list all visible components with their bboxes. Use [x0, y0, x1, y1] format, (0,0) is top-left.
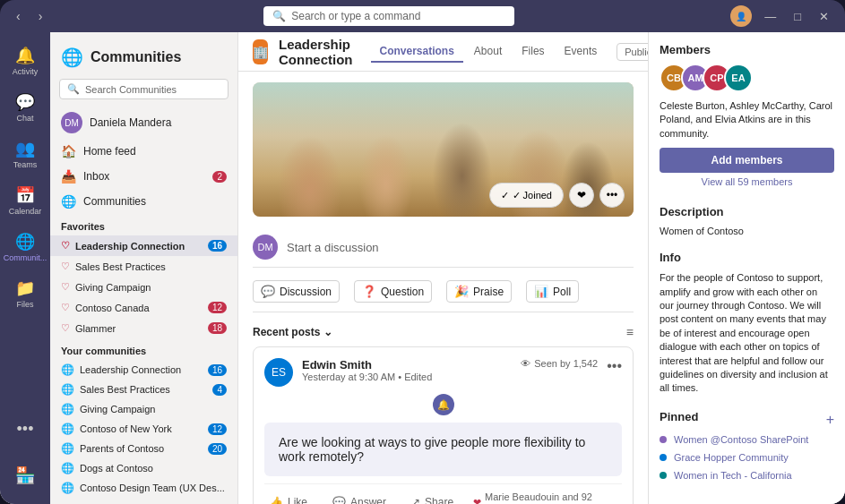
channel-title: Leadership Connection [279, 37, 353, 67]
favorite-label-giving: Giving Campaign [75, 282, 151, 293]
pinned-add-button[interactable]: + [826, 412, 834, 428]
info-section: Info For the people of Contoso to suppor… [660, 251, 834, 396]
favorite-item-glammer[interactable]: ♡ Glammer 18 [50, 318, 237, 338]
favorite-item-contoso-canada[interactable]: ♡ Contoso Canada 12 [50, 297, 237, 318]
poll-button[interactable]: 📊 Poll [526, 280, 579, 303]
start-discussion[interactable]: DM Start a discussion [253, 227, 634, 268]
sidebar-user-name: Daniela Mandera [90, 116, 171, 129]
favorites-header: Favorites [50, 214, 237, 235]
nav-item-chat[interactable]: 💬 Chat [4, 86, 47, 129]
discussion-button[interactable]: 💬 Discussion [253, 280, 340, 303]
heart-icon-contoso-canada: ♡ [61, 302, 70, 313]
members-avatars: CB AM CP EA [660, 64, 834, 92]
pinned-item-0[interactable]: Women @Contoso SharePoint [660, 431, 834, 448]
maximize-button[interactable]: □ [789, 8, 806, 25]
search-icon: 🔍 [272, 10, 286, 22]
poll-label: Poll [553, 286, 571, 298]
recent-posts-label[interactable]: Recent posts ⌄ [253, 326, 332, 338]
communities-link-label: Communities [83, 195, 146, 208]
pinned-label-2: Women in Tech - California [674, 470, 792, 481]
sidebar-link-home[interactable]: 🏠 Home feed [50, 139, 237, 164]
community-icon-0: 🌐 [61, 363, 74, 376]
hero-heart-button[interactable]: ❤ [569, 183, 594, 208]
post-notify: 🔔 [264, 394, 622, 415]
share-button[interactable]: ↗ Share [406, 492, 459, 504]
joined-button[interactable]: ✓ ✓ Joined [489, 183, 564, 208]
community-item-3[interactable]: 🌐 Contoso of New York 12 [50, 419, 237, 439]
post-more-button[interactable]: ••• [607, 358, 622, 374]
add-members-button[interactable]: Add members [660, 148, 834, 173]
community-item-4[interactable]: 🌐 Parents of Contoso 20 [50, 439, 237, 458]
communities-link-icon: 🌐 [61, 194, 76, 209]
chat-icon: 💬 [15, 92, 35, 112]
member-avatar-3[interactable]: EA [724, 64, 753, 92]
sidebar-link-inbox[interactable]: 📥 Inbox 2 [50, 164, 237, 189]
community-badge-4: 20 [208, 443, 227, 455]
community-item-2[interactable]: 🌐 Giving Campaign [50, 399, 237, 419]
community-item-6[interactable]: 🌐 Contoso Design Team (UX Des... [50, 478, 237, 498]
pinned-item-2[interactable]: Women in Tech - California [660, 466, 834, 484]
post-content: Are we looking at ways to give people mo… [264, 423, 622, 476]
public-badge[interactable]: Public [617, 43, 648, 61]
close-button[interactable]: ✕ [814, 8, 834, 25]
post-header: ES Edwin Smith Yesterday at 9:30 AM • Ed… [264, 358, 622, 387]
pinned-item-1[interactable]: Grace Hopper Community [660, 448, 834, 466]
tab-about[interactable]: About [465, 41, 511, 63]
feed-area: ✓ ✓ Joined ❤ ••• DM Start a discus [238, 72, 648, 504]
nav-item-teams[interactable]: 👥 Teams [4, 132, 47, 175]
answer-button[interactable]: 💬 Answer [327, 492, 392, 504]
sidebar-search-icon: 🔍 [67, 83, 80, 95]
heart-icon-glammer: ♡ [61, 322, 70, 334]
tab-files[interactable]: Files [513, 41, 553, 63]
tab-events[interactable]: Events [556, 41, 607, 63]
minimize-button[interactable]: — [759, 8, 781, 25]
communities-sidebar-icon: 🌐 [61, 47, 83, 68]
inbox-badge: 2 [212, 171, 227, 183]
question-button[interactable]: ❓ Question [354, 280, 432, 303]
poll-icon: 📊 [534, 285, 548, 298]
favorite-item-sales[interactable]: ♡ Sales Best Practices [50, 256, 237, 277]
community-item-5[interactable]: 🌐 Dogs at Contoso [50, 458, 237, 478]
nav-item-communities[interactable]: 🌐 Communit... [4, 226, 47, 269]
share-icon: ↗ [411, 496, 420, 504]
title-bar-search-area[interactable]: 🔍 Search or type a command [263, 6, 514, 26]
community-item-0[interactable]: 🌐 Leadership Connection 16 [50, 360, 237, 380]
window-controls: 👤 — □ ✕ [730, 5, 834, 27]
favorite-label-glammer: Glammer [75, 323, 116, 334]
praise-button[interactable]: 🎉 Praise [446, 280, 512, 303]
filter-icon[interactable]: ≡ [626, 325, 634, 339]
info-text: For the people of Contoso to support, am… [660, 271, 834, 396]
nav-item-calendar[interactable]: 📅 Calendar [4, 179, 47, 222]
reactions-text: Marie Beaudouin and 92 others [485, 491, 622, 504]
favorite-item-leadership[interactable]: ♡ Leadership Connection 16 [50, 235, 237, 256]
favorite-label-leadership: Leadership Connection [75, 241, 185, 252]
forward-button[interactable]: › [33, 7, 48, 25]
community-label-4: Parents of Contoso [80, 443, 164, 454]
nav-item-store[interactable]: 🏪 [4, 454, 47, 497]
tab-conversations[interactable]: Conversations [371, 41, 463, 63]
community-icon-6: 🌐 [61, 482, 74, 494]
nav-rail: 🔔 Activity 💬 Chat 👥 Teams 📅 Calendar 🌐 C… [0, 32, 50, 504]
sidebar-link-communities[interactable]: 🌐 Communities [50, 189, 237, 214]
more-icon: ••• [17, 420, 34, 439]
pinned-dot-1 [660, 454, 667, 461]
nav-item-more[interactable]: ••• [4, 407, 47, 450]
nav-item-files[interactable]: 📁 Files [4, 272, 47, 315]
question-icon: ❓ [362, 285, 376, 298]
sidebar-search-bar[interactable]: 🔍 Search Communities [59, 79, 228, 99]
nav-item-activity[interactable]: 🔔 Activity [4, 39, 47, 82]
like-button[interactable]: 👍 Like [264, 492, 313, 504]
home-link-label: Home feed [83, 145, 136, 158]
community-label-0: Leadership Connection [80, 364, 181, 375]
community-label-2: Giving Campaign [80, 404, 155, 414]
community-item-1[interactable]: 🌐 Sales Best Practices 4 [50, 380, 237, 399]
view-all-members-link[interactable]: View all 59 members [660, 173, 834, 191]
heart-icon-leadership: ♡ [61, 240, 70, 252]
inbox-link-label: Inbox [83, 170, 109, 183]
favorite-item-giving[interactable]: ♡ Giving Campaign [50, 277, 237, 297]
pinned-title: Pinned [660, 410, 698, 423]
user-avatar-titlebar[interactable]: 👤 [730, 5, 752, 27]
sidebar-user[interactable]: DM Daniela Mandera [50, 107, 237, 139]
back-button[interactable]: ‹ [11, 7, 26, 25]
hero-more-button[interactable]: ••• [599, 183, 625, 208]
